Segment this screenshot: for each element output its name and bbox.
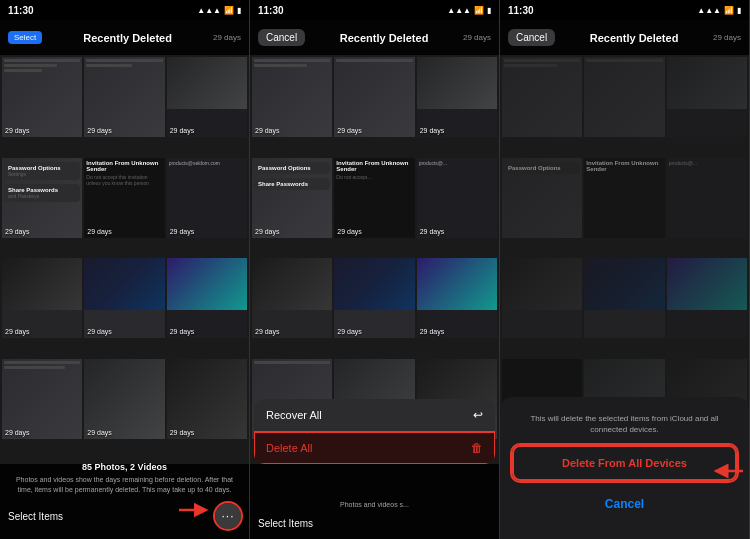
bottom-description-2: Photos and videos s...: [258, 500, 491, 510]
photo-cell[interactable]: 29 days: [417, 258, 497, 338]
page-title-3: Recently Deleted: [590, 32, 679, 44]
photo-cell: [502, 258, 582, 338]
photo-cell[interactable]: 29 days: [84, 57, 164, 137]
photo-cell: Password Options: [502, 158, 582, 238]
days-badge: 29 days: [87, 429, 112, 436]
page-title-1: Recently Deleted: [83, 32, 172, 44]
days-badge: 29 days: [420, 127, 445, 134]
days-badge: 29 days: [170, 228, 195, 235]
photo-cell[interactable]: 29 days: [84, 258, 164, 338]
photo-cell[interactable]: Invitation From Unknown Sender Do not ac…: [84, 158, 164, 238]
photo-cell[interactable]: 29 days: [167, 359, 247, 439]
top-bar-3: Cancel Recently Deleted 29 days: [500, 20, 749, 55]
status-time-3: 11:30: [508, 5, 534, 16]
photo-cell[interactable]: 29 days: [2, 57, 82, 137]
arrow-to-more: [179, 501, 209, 523]
signal-icon-1: ▲▲▲: [197, 6, 221, 15]
days-badge: 29 days: [87, 228, 112, 235]
days-label-2: 29 days: [463, 33, 491, 42]
bottom-bar-2: Photos and videos s... Select Items: [250, 464, 499, 539]
photo-cell: [584, 258, 664, 338]
cancel-button-2[interactable]: Cancel: [258, 29, 305, 46]
photo-cell[interactable]: 29 days: [167, 258, 247, 338]
photo-cell[interactable]: 29 days: [167, 57, 247, 137]
photo-cell[interactable]: 29 days: [2, 359, 82, 439]
days-badge: 29 days: [337, 328, 362, 335]
photo-cell: [667, 258, 747, 338]
battery-icon-2: ▮: [487, 6, 491, 15]
photo-cell[interactable]: 29 days: [334, 258, 414, 338]
photo-cell[interactable]: Password OptionsSettings Share Passwords…: [2, 158, 82, 238]
days-badge: 29 days: [5, 429, 30, 436]
battery-icon-3: ▮: [737, 6, 741, 15]
photo-cell[interactable]: products@... 29 days: [417, 158, 497, 238]
photo-cell[interactable]: 29 days: [2, 258, 82, 338]
days-badge: 29 days: [5, 328, 30, 335]
photo-cell[interactable]: 29 days: [252, 258, 332, 338]
status-time-1: 11:30: [8, 5, 34, 16]
days-badge: 29 days: [170, 429, 195, 436]
photo-cell[interactable]: Invitation From Unknown Sender Do not ac…: [334, 158, 414, 238]
delete-all-button[interactable]: Delete All 🗑: [254, 432, 495, 464]
days-badge: 29 days: [255, 328, 280, 335]
photo-cell[interactable]: products@seldom.com 29 days: [167, 158, 247, 238]
photo-cell: Invitation From Unknown Sender: [584, 158, 664, 238]
recover-all-button[interactable]: Recover All ↩: [254, 399, 495, 432]
photo-count: 85 Photos, 2 Videos: [8, 461, 241, 474]
days-badge: 29 days: [255, 228, 280, 235]
confirm-text: This will delete the selected items from…: [512, 413, 737, 435]
days-badge: 29 days: [87, 328, 112, 335]
photo-cell[interactable]: 29 days: [417, 57, 497, 137]
delete-all-label: Delete All: [266, 442, 312, 454]
photo-cell[interactable]: Password Options Share Passwords 29 days: [252, 158, 332, 238]
bottom-actions-2: Select Items: [258, 518, 491, 529]
bottom-info-1: 85 Photos, 2 Videos Photos and videos sh…: [8, 461, 241, 495]
select-items-label-1[interactable]: Select Items: [8, 511, 63, 522]
page-title-2: Recently Deleted: [340, 32, 429, 44]
status-bar-2: 11:30 ▲▲▲ 📶 ▮: [250, 0, 499, 20]
battery-icon-1: ▮: [237, 6, 241, 15]
wifi-icon-3: 📶: [724, 6, 734, 15]
bottom-info-2: Photos and videos s...: [258, 500, 491, 510]
status-bar-3: 11:30 ▲▲▲ 📶 ▮: [500, 0, 749, 20]
days-badge: 29 days: [255, 127, 280, 134]
photo-cell[interactable]: 29 days: [334, 57, 414, 137]
panel-3: 11:30 ▲▲▲ 📶 ▮ Cancel Recently Deleted 29…: [500, 0, 750, 539]
photo-cell[interactable]: 29 days: [252, 57, 332, 137]
photo-cell: products@...: [667, 158, 747, 238]
top-bar-2: Cancel Recently Deleted 29 days: [250, 20, 499, 55]
status-icons-2: ▲▲▲ 📶 ▮: [447, 6, 491, 15]
photo-cell: [584, 57, 664, 137]
select-button-1[interactable]: Select: [8, 31, 42, 44]
days-badge: 29 days: [420, 328, 445, 335]
days-label-1: 29 days: [213, 33, 241, 42]
photo-cell: [667, 57, 747, 137]
wifi-icon-1: 📶: [224, 6, 234, 15]
panel-1: 11:30 ▲▲▲ 📶 ▮ Select Recently Deleted 29…: [0, 0, 250, 539]
more-button-highlight: [213, 501, 243, 531]
signal-icon-3: ▲▲▲: [697, 6, 721, 15]
status-time-2: 11:30: [258, 5, 284, 16]
days-badge: 29 days: [337, 228, 362, 235]
days-badge: 29 days: [5, 228, 30, 235]
status-icons-3: ▲▲▲ 📶 ▮: [697, 6, 741, 15]
recover-all-label: Recover All: [266, 409, 322, 421]
photo-grid-1: 29 days 29 days 29 days Password Options…: [0, 55, 249, 459]
signal-icon-2: ▲▲▲: [447, 6, 471, 15]
bottom-bar-1: 85 Photos, 2 Videos Photos and videos sh…: [0, 464, 249, 539]
days-badge: 29 days: [5, 127, 30, 134]
select-items-label-2[interactable]: Select Items: [258, 518, 313, 529]
delete-from-all-devices-button[interactable]: Delete From All Devices: [512, 445, 737, 481]
bottom-description: Photos and videos show the days remainin…: [8, 475, 241, 495]
days-badge: 29 days: [87, 127, 112, 134]
cancel-button-3[interactable]: Cancel: [508, 29, 555, 46]
top-bar-1: Select Recently Deleted 29 days: [0, 20, 249, 55]
arrow-to-delete: [711, 462, 743, 484]
trash-icon: 🗑: [471, 441, 483, 455]
days-badge: 29 days: [170, 328, 195, 335]
confirm-cancel-button[interactable]: Cancel: [512, 489, 737, 519]
panel-2: 11:30 ▲▲▲ 📶 ▮ Cancel Recently Deleted 29…: [250, 0, 500, 539]
photo-cell[interactable]: 29 days: [84, 359, 164, 439]
status-bar-1: 11:30 ▲▲▲ 📶 ▮: [0, 0, 249, 20]
days-badge: 29 days: [337, 127, 362, 134]
